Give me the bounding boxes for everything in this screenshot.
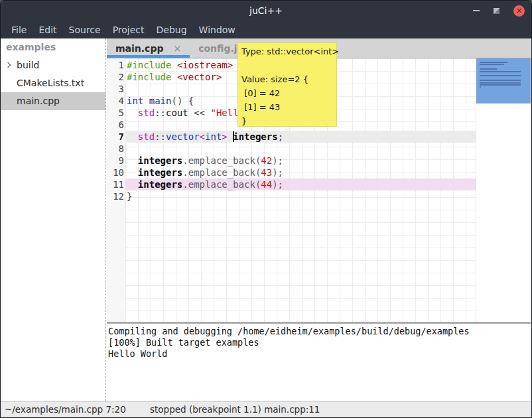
line-number[interactable]: 6 [107, 119, 124, 131]
tooltip-line: Type: std::vector<int> [241, 44, 336, 58]
code-token [127, 131, 138, 142]
terminal-line: Hello World [108, 348, 531, 360]
debug-value-tooltip: Type: std::vector<int>Value: size=2 { [0… [237, 42, 337, 127]
menu-item-source[interactable]: Source [63, 22, 107, 38]
code-line[interactable]: integers.emplace_back(44); [127, 178, 283, 190]
tab-close-icon[interactable]: × [173, 44, 181, 53]
line-number[interactable]: 9 [107, 155, 124, 167]
code-token: emplace_back [188, 179, 255, 190]
menu-item-file[interactable]: File [5, 22, 33, 38]
code-token: emplace_back [188, 155, 255, 166]
window-title: juCi++ [1, 1, 531, 21]
terminal-line: Compiling and debugging /home/eidheim/ex… [108, 326, 531, 337]
code-line[interactable]: #include <vector> [127, 71, 222, 83]
minimap-code-line [480, 80, 521, 81]
code-token: < [200, 131, 205, 142]
code-token: ); [272, 155, 283, 166]
statusbar-debug-status: stopped (breakpoint 1.1) main.cpp:11 [150, 402, 320, 417]
code-token: <vector> [177, 72, 222, 82]
minimap-code-line [480, 68, 497, 70]
juci-window: juCi++ ✕ FileEditSourceProjectDebugWindo… [0, 0, 532, 418]
code-token: integers [138, 179, 182, 190]
code-token [228, 131, 233, 142]
minimize-icon[interactable] [473, 10, 480, 11]
close-icon[interactable]: ✕ [513, 5, 525, 17]
line-number[interactable]: 11 [107, 178, 124, 190]
code-token: . [182, 167, 188, 178]
line-number[interactable]: 12 [107, 190, 124, 202]
terminal-output[interactable]: Compiling and debugging /home/eidheim/ex… [107, 324, 531, 401]
menu-item-project[interactable]: Project [107, 22, 151, 38]
expander-chevron-icon[interactable] [5, 62, 11, 68]
line-number[interactable]: 2 [107, 71, 124, 83]
menu-item-window[interactable]: Window [193, 22, 241, 38]
code-line[interactable]: integers.emplace_back(42); [127, 155, 283, 167]
code-token [171, 72, 176, 82]
line-number[interactable]: 7 [107, 131, 124, 143]
code-token: int [205, 131, 222, 142]
menu-item-edit[interactable]: Edit [33, 22, 62, 38]
minimap-code-line [480, 82, 521, 84]
code-token: #include [127, 60, 171, 70]
minimap-code-line [480, 75, 521, 76]
minimap[interactable] [476, 58, 531, 322]
line-number[interactable]: 3 [107, 83, 124, 95]
sidebar-item-build[interactable]: build [1, 56, 105, 74]
line-number-gutter[interactable]: 123456789101112 [107, 58, 125, 322]
code-token: 42 [261, 155, 272, 166]
code-token: main [149, 96, 172, 106]
code-line[interactable]: std::vector<int> integers; [127, 131, 283, 143]
restore-icon[interactable] [494, 8, 499, 14]
code-token: 44 [261, 179, 272, 190]
project-name-header: examples [1, 38, 105, 56]
tooltip-line: [0] = 42 [241, 86, 336, 100]
tooltip-line: [1] = 43 [241, 100, 336, 114]
code-token: cout [166, 107, 188, 118]
code-token: std [138, 131, 155, 142]
code-token: integers [233, 131, 277, 142]
code-token: . [182, 155, 188, 166]
line-number[interactable]: 1 [107, 59, 124, 71]
code-line[interactable]: integers.emplace_back(43); [127, 167, 283, 178]
code-token: << [194, 107, 205, 118]
code-line[interactable]: } [127, 190, 132, 202]
code-token [171, 60, 176, 70]
code-token: vector [166, 131, 200, 142]
code-token: <iostream> [177, 60, 233, 70]
code-token: ); [272, 167, 283, 178]
code-line[interactable]: int main() { [127, 95, 194, 107]
code-token: integers [138, 155, 182, 166]
minimap-code-line [480, 64, 504, 65]
code-token: . [182, 179, 188, 190]
minimap-code-line [480, 62, 507, 63]
code-token [143, 96, 149, 106]
line-number[interactable]: 5 [107, 107, 124, 119]
code-token [188, 107, 194, 118]
line-number[interactable]: 8 [107, 143, 124, 155]
titlebar: juCi++ ✕ [1, 1, 531, 21]
menu-item-debug[interactable]: Debug [151, 22, 193, 38]
code-token: #include [127, 72, 171, 82]
tooltip-line: Value: size=2 { [241, 72, 336, 86]
file-tree-sidebar[interactable]: examples buildCMakeLists.txtmain.cpp [1, 38, 106, 401]
line-number[interactable]: 10 [107, 167, 124, 178]
sidebar-item-cmakelists-txt[interactable]: CMakeLists.txt [1, 74, 105, 92]
code-line[interactable]: #include <iostream> [127, 59, 233, 71]
sidebar-item-main-cpp[interactable]: main.cpp [1, 92, 105, 110]
code-token: :: [155, 131, 166, 142]
minimap-code-line [480, 71, 521, 72]
text-caret [233, 131, 234, 142]
code-token: } [127, 191, 132, 202]
minimap-code-line [480, 84, 521, 86]
tooltip-line [241, 58, 336, 72]
code-token [127, 179, 138, 190]
tooltip-line: } [241, 114, 336, 128]
code-token: ); [272, 179, 283, 190]
code-token: std [138, 107, 155, 118]
window-controls: ✕ [473, 1, 525, 21]
code-token: int [127, 96, 143, 106]
minimap-viewport[interactable] [476, 58, 531, 104]
statusbar: ~/examples/main.cpp 7:20 stopped (breakp… [1, 401, 531, 417]
tab-main-cpp[interactable]: main.cpp× [107, 38, 190, 58]
line-number[interactable]: 4 [107, 95, 124, 107]
